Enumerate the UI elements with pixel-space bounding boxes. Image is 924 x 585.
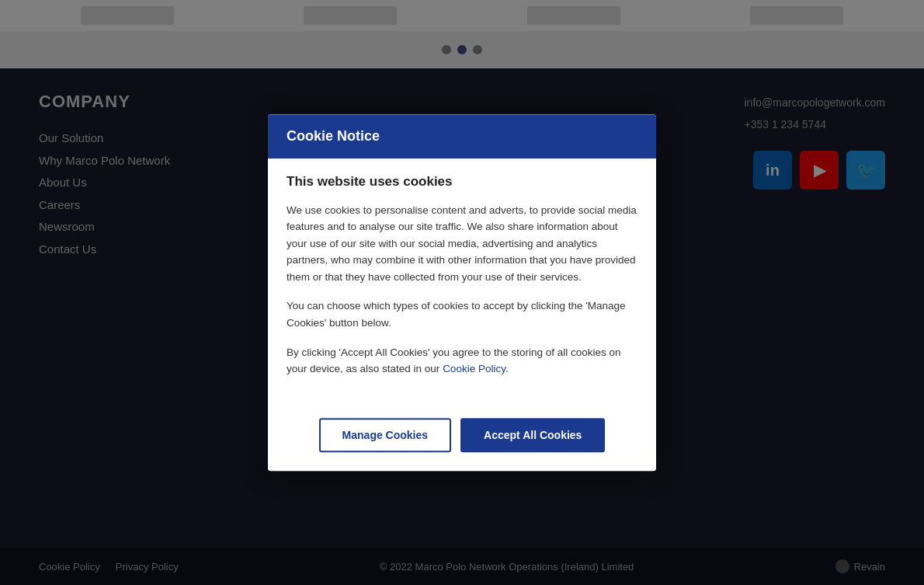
cookie-modal-header: Cookie Notice (268, 114, 656, 158)
cookie-modal-footer: Manage Cookies Accept All Cookies (268, 406, 656, 471)
cookie-text-3-part3: . (505, 364, 509, 375)
cookie-text-1: We use cookies to personalise content an… (287, 202, 637, 286)
cookie-modal: Cookie Notice This website uses cookies … (268, 114, 656, 471)
cookie-policy-inline-link[interactable]: Cookie Policy (443, 364, 505, 375)
cookie-text-3: By clicking 'Accept All Cookies' you agr… (287, 344, 637, 378)
cookie-text-2: You can choose which types of cookies to… (287, 298, 637, 332)
accept-all-cookies-button[interactable]: Accept All Cookies (460, 418, 605, 452)
cookie-modal-body: This website uses cookies We use cookies… (268, 158, 656, 406)
cookie-modal-subtitle: This website uses cookies (287, 174, 637, 190)
manage-cookies-button[interactable]: Manage Cookies (319, 418, 451, 452)
cookie-modal-title: Cookie Notice (287, 128, 380, 144)
